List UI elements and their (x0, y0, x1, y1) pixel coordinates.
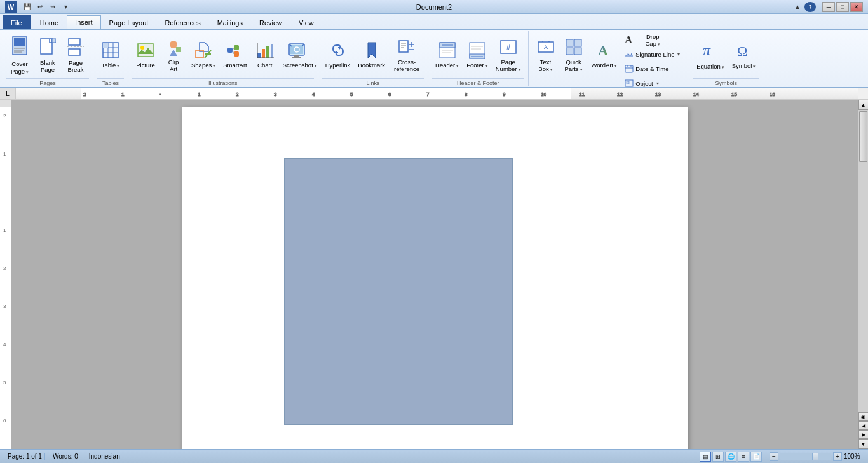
clip-art-label: ClipArt (168, 58, 179, 73)
page-break-label: PageBreak (68, 59, 84, 74)
symbol-icon: Ω (735, 41, 754, 61)
drop-cap-label: Drop Cap (639, 33, 667, 48)
cross-reference-btn[interactable]: Cross-reference (390, 34, 424, 77)
document-canvas[interactable] (11, 100, 858, 449)
footer-btn[interactable]: Footer (463, 34, 491, 77)
tab-page-layout[interactable]: Page Layout (101, 15, 157, 29)
app-icon[interactable]: W (5, 1, 17, 13)
doc-area-container: 2 1 · 1 2 3 4 5 6 ▲ (0, 100, 868, 449)
picture-label: Picture (136, 62, 155, 69)
help-btn[interactable]: ? (804, 2, 816, 12)
shapes-btn[interactable]: Shapes (188, 34, 219, 77)
save-qa-btn[interactable]: 💾 (22, 2, 33, 12)
equation-btn[interactable]: π Equation (693, 34, 728, 77)
ribbon-group-links: Hyperlink Bookmark Cross-reference (318, 31, 428, 86)
ribbon-group-text: A TextBox QuickParts A Wor (529, 31, 690, 86)
table-icon (102, 41, 119, 60)
ruler-corner[interactable]: L (0, 88, 16, 100)
blank-page-btn[interactable]: BlankPage (34, 34, 61, 77)
language-status[interactable]: Indonesian (86, 453, 123, 460)
signature-line-btn[interactable]: Signature Line ▾ (621, 48, 685, 61)
picture-btn[interactable]: Picture (132, 34, 159, 77)
next-page-btn[interactable]: ▶ (858, 430, 869, 439)
smartart-btn[interactable]: SmartArt (220, 34, 250, 77)
minimize-btn[interactable]: ─ (822, 2, 835, 12)
ribbon-collapse-btn[interactable]: ▲ (792, 2, 803, 12)
maximize-btn[interactable]: □ (836, 2, 849, 12)
text-items: A TextBox QuickParts A Wor (532, 32, 686, 91)
svg-text:5: 5 (3, 380, 6, 386)
draft-btn[interactable]: 📄 (750, 452, 762, 462)
date-time-btn[interactable]: Date & Time (621, 62, 685, 76)
zoom-in-btn[interactable]: + (833, 452, 842, 461)
select-browse-btn[interactable]: ◉ (858, 412, 869, 421)
hyperlink-btn[interactable]: Hyperlink (322, 34, 354, 77)
tab-references[interactable]: References (156, 15, 208, 29)
print-layout-btn[interactable]: ▤ (700, 452, 711, 462)
image-placeholder[interactable] (284, 158, 513, 425)
page-break-btn[interactable]: PageBreak (62, 34, 89, 77)
cover-page-icon (11, 36, 29, 59)
web-layout-btn[interactable]: 🌐 (725, 452, 736, 462)
close-btn[interactable]: ✕ (850, 2, 863, 12)
drop-cap-btn[interactable]: A Drop Cap (621, 34, 685, 46)
svg-rect-31 (262, 49, 265, 58)
undo-qa-btn[interactable]: ↩ (34, 2, 46, 12)
object-arrow: ▾ (656, 81, 659, 86)
cover-page-label: CoverPage (11, 60, 29, 75)
tab-view[interactable]: View (290, 15, 322, 29)
scroll-thumb[interactable] (859, 111, 867, 162)
svg-rect-66 (566, 48, 573, 55)
svg-rect-38 (294, 55, 299, 57)
tab-home[interactable]: Home (32, 15, 67, 29)
ribbon-group-tables: Table Tables (93, 31, 128, 86)
prev-page-btn[interactable]: ◀ (858, 421, 869, 430)
svg-rect-6 (52, 39, 56, 43)
svg-text:4: 4 (3, 342, 6, 347)
redo-qa-btn[interactable]: ↪ (47, 2, 58, 12)
object-label: Object (635, 80, 653, 87)
zoom-out-btn[interactable]: − (770, 452, 778, 461)
svg-rect-9 (69, 49, 80, 55)
scroll-track[interactable] (858, 110, 869, 412)
symbol-btn[interactable]: Ω Symbol (729, 34, 759, 77)
table-label: Table (102, 62, 120, 69)
clip-art-btn[interactable]: ClipArt (160, 34, 187, 77)
tables-items: Table (97, 32, 124, 78)
scroll-up-btn[interactable]: ▲ (858, 100, 869, 110)
screenshot-btn[interactable]: Screenshot (280, 34, 314, 77)
bookmark-btn[interactable]: Bookmark (355, 34, 388, 77)
page-number-btn[interactable]: # PageNumber (492, 34, 524, 77)
svg-rect-15 (103, 43, 108, 48)
tab-review[interactable]: Review (251, 15, 290, 29)
vertical-ruler: 2 1 · 1 2 3 4 5 6 (0, 100, 11, 449)
quick-access-toolbar: 💾 ↩ ↪ ▾ (22, 2, 71, 12)
document-page (182, 107, 688, 449)
zoom-slider[interactable] (780, 453, 831, 460)
chart-btn[interactable]: Chart (252, 34, 278, 77)
quick-parts-btn[interactable]: QuickParts (560, 34, 587, 77)
outline-btn[interactable]: ≡ (738, 452, 749, 462)
tab-mailings[interactable]: Mailings (209, 15, 251, 29)
customize-qa-btn[interactable]: ▾ (60, 2, 71, 12)
wordart-btn[interactable]: A WordArt (588, 34, 621, 77)
cover-page-btn[interactable]: CoverPage (6, 34, 33, 77)
text-box-btn[interactable]: A TextBox (532, 34, 559, 77)
svg-rect-32 (266, 46, 269, 58)
zoom-slider-thumb[interactable] (812, 453, 818, 460)
zoom-level[interactable]: 100% (844, 453, 863, 460)
cross-reference-label: Cross-reference (393, 58, 421, 73)
svg-text:15: 15 (731, 91, 737, 97)
page-number-label: PageNumber (496, 58, 521, 73)
tab-insert[interactable]: Insert (67, 15, 101, 29)
header-btn[interactable]: Header (432, 34, 462, 77)
window-controls: ▲ ? ─ □ ✕ (792, 2, 863, 12)
full-screen-btn[interactable]: ⊞ (712, 452, 724, 462)
table-btn[interactable]: Table (97, 34, 124, 77)
symbol-label: Symbol (732, 62, 756, 69)
scroll-down-btn[interactable]: ▼ (858, 439, 869, 449)
cross-reference-icon (398, 38, 416, 57)
svg-text:A: A (598, 43, 608, 58)
tab-file[interactable]: File (3, 15, 31, 29)
status-bar: Page: 1 of 1 Words: 0 Indonesian ▤ ⊞ 🌐 ≡… (0, 449, 868, 463)
